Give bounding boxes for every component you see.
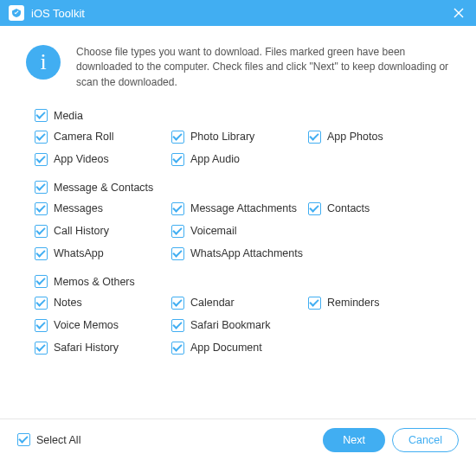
group: Message & ContactsMessagesMessage Attach… <box>35 181 441 263</box>
file-type-checkbox[interactable] <box>171 202 184 215</box>
file-type-label: Messages <box>54 202 103 214</box>
file-type-item[interactable]: Camera Roll <box>35 127 168 146</box>
group-header[interactable]: Memos & Others <box>35 275 441 288</box>
window-title: iOS Toolkit <box>31 7 450 20</box>
file-type-label: WhatsApp Attachments <box>190 247 303 259</box>
file-type-label: Call History <box>54 225 109 237</box>
close-icon[interactable] <box>450 4 467 22</box>
file-type-item[interactable]: Messages <box>35 199 168 218</box>
file-type-item[interactable]: Photo Library <box>171 127 305 146</box>
group-grid: Camera RollPhoto LibraryApp PhotosApp Vi… <box>35 127 441 169</box>
select-all[interactable]: Select All <box>17 433 316 446</box>
file-type-checkbox[interactable] <box>308 131 321 144</box>
next-button[interactable]: Next <box>323 428 385 452</box>
file-type-label: Reminders <box>327 297 379 309</box>
group-checkbox[interactable] <box>35 109 48 122</box>
file-type-checkbox[interactable] <box>171 319 184 332</box>
cancel-button[interactable]: Cancel <box>392 428 459 452</box>
app-logo-icon <box>9 5 24 21</box>
file-type-label: Notes <box>54 297 82 309</box>
file-type-item[interactable]: Contacts <box>308 199 441 218</box>
file-type-label: Contacts <box>327 202 370 214</box>
group: Memos & OthersNotesCalendarRemindersVoic… <box>35 275 441 357</box>
file-type-label: Safari History <box>54 342 119 354</box>
select-all-label: Select All <box>36 434 80 446</box>
file-type-label: App Videos <box>54 153 109 165</box>
file-type-checkbox[interactable] <box>171 225 184 238</box>
file-type-checkbox[interactable] <box>35 319 48 332</box>
file-type-label: Voicemail <box>190 225 237 237</box>
file-type-checkbox[interactable] <box>171 247 184 260</box>
group-header[interactable]: Media <box>35 109 441 122</box>
file-types-panel: MediaCamera RollPhoto LibraryApp PhotosA… <box>0 99 476 357</box>
file-type-checkbox[interactable] <box>35 225 48 238</box>
footer: Select All Next Cancel <box>0 418 476 460</box>
group-header[interactable]: Message & Contacts <box>35 181 441 194</box>
file-type-item <box>308 221 441 240</box>
file-type-checkbox[interactable] <box>171 342 184 355</box>
file-type-item[interactable]: App Photos <box>308 127 441 146</box>
file-type-checkbox[interactable] <box>35 202 48 215</box>
file-type-item[interactable]: WhatsApp Attachments <box>171 244 305 263</box>
file-type-item[interactable]: Voice Memos <box>35 316 168 335</box>
file-type-checkbox[interactable] <box>171 153 184 166</box>
file-type-item[interactable]: Safari History <box>35 338 168 357</box>
file-type-label: App Photos <box>327 131 383 143</box>
file-type-checkbox[interactable] <box>171 297 184 310</box>
file-type-checkbox[interactable] <box>35 131 48 144</box>
file-type-item[interactable]: Call History <box>35 221 168 240</box>
file-type-label: Photo Library <box>190 131 254 143</box>
group-label: Media <box>54 110 83 122</box>
titlebar: iOS Toolkit <box>0 0 476 26</box>
info-text: Choose file types you want to download. … <box>76 45 450 90</box>
group-label: Memos & Others <box>54 276 135 288</box>
file-type-checkbox[interactable] <box>35 297 48 310</box>
info-icon: i <box>26 45 61 80</box>
file-type-item[interactable]: Reminders <box>308 293 441 312</box>
file-type-item[interactable]: Safari Bookmark <box>171 316 305 335</box>
file-type-label: Voice Memos <box>54 319 119 331</box>
file-type-checkbox[interactable] <box>308 297 321 310</box>
file-type-item <box>308 316 441 335</box>
select-all-checkbox[interactable] <box>17 433 30 446</box>
file-type-item[interactable]: Message Attachments <box>171 199 305 218</box>
group: MediaCamera RollPhoto LibraryApp PhotosA… <box>35 109 441 169</box>
file-type-checkbox[interactable] <box>308 202 321 215</box>
file-type-checkbox[interactable] <box>35 342 48 355</box>
file-type-checkbox[interactable] <box>35 153 48 166</box>
file-type-item[interactable]: App Videos <box>35 150 168 169</box>
file-type-checkbox[interactable] <box>35 247 48 260</box>
file-type-item[interactable]: App Audio <box>171 150 305 169</box>
file-type-item[interactable]: Notes <box>35 293 168 312</box>
group-grid: NotesCalendarRemindersVoice MemosSafari … <box>35 293 441 357</box>
file-type-label: App Document <box>190 342 262 354</box>
file-type-label: Calendar <box>190 297 235 309</box>
group-label: Message & Contacts <box>54 182 153 194</box>
file-type-item[interactable]: WhatsApp <box>35 244 168 263</box>
group-checkbox[interactable] <box>35 181 48 194</box>
file-type-label: WhatsApp <box>54 247 104 259</box>
group-checkbox[interactable] <box>35 275 48 288</box>
info-row: i Choose file types you want to download… <box>0 26 476 99</box>
file-type-label: Safari Bookmark <box>190 319 270 331</box>
file-type-label: App Audio <box>190 153 240 165</box>
file-type-item[interactable]: App Document <box>171 338 305 357</box>
file-type-item[interactable]: Voicemail <box>171 221 305 240</box>
file-type-label: Camera Roll <box>54 131 113 143</box>
file-type-checkbox[interactable] <box>171 131 184 144</box>
group-grid: MessagesMessage AttachmentsContactsCall … <box>35 199 441 263</box>
file-type-label: Message Attachments <box>190 202 297 214</box>
file-type-item[interactable]: Calendar <box>171 293 305 312</box>
